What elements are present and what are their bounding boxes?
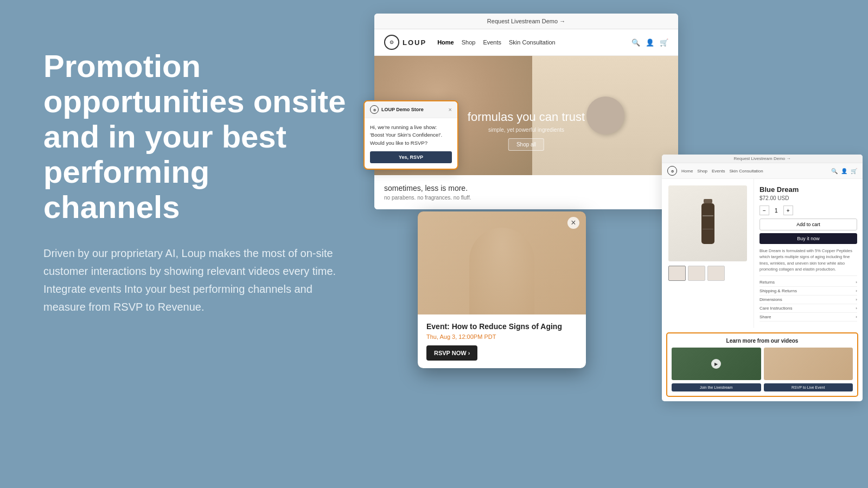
popup-body: Hi, we're running a live show: 'Boost Yo… — [365, 118, 457, 169]
nav-icons: 🔍 👤 🛒 — [631, 38, 668, 47]
accordion-dimensions-label: Dimensions — [760, 297, 782, 302]
event-person-image — [469, 228, 534, 314]
video-thumb-1[interactable]: ▶ — [672, 348, 761, 380]
top-banner[interactable]: Request Livestream Demo → — [374, 14, 678, 29]
main-nav: ⊙ LOUP Home Shop Events Skin Consultatio… — [374, 29, 678, 56]
nav-link-skin[interactable]: Skin Consultation — [509, 39, 556, 46]
prod-nav-logo: ⊙ — [667, 166, 677, 176]
product-description: Blue Dream is formulated with 5% Copper … — [760, 248, 857, 272]
popup-line1: Hi, we're running a live show: — [370, 124, 437, 130]
svg-rect-1 — [701, 203, 714, 244]
prod-search-icon[interactable]: 🔍 — [831, 168, 838, 174]
accordion-returns[interactable]: Returns› — [760, 278, 857, 287]
hero-cta-button[interactable]: Shop all — [508, 138, 544, 151]
popup-rsvp-button[interactable]: Yes, RSVP — [370, 151, 452, 163]
product-price: $72.00 USD — [760, 195, 857, 201]
qty-decrease-button[interactable]: − — [760, 206, 769, 215]
hero-subtitle: simple, yet powerful ingredients — [468, 127, 585, 133]
prod-nav-home[interactable]: Home — [681, 169, 693, 174]
join-livestream-button[interactable]: Join the Livestream — [672, 383, 761, 391]
cart-icon[interactable]: 🛒 — [660, 38, 668, 47]
accordion-shipping-label: Shipping & Returns — [760, 288, 797, 293]
accordion-care-label: Care Instructions — [760, 306, 792, 311]
video-section-title: Learn more from our videos — [672, 338, 853, 344]
nav-link-events[interactable]: Events — [483, 39, 501, 46]
prod-user-icon[interactable]: 👤 — [841, 168, 847, 174]
left-panel: Promotion opportunities onsite and in yo… — [43, 49, 347, 316]
nav-link-home[interactable]: Home — [437, 39, 454, 46]
accordion-returns-label: Returns — [760, 280, 775, 285]
prod-top-bar: Request Livestream Demo → — [662, 155, 863, 163]
prod-nav-events[interactable]: Events — [712, 169, 725, 174]
top-banner-text: Request Livestream Demo → — [487, 18, 565, 24]
event-modal-body: Event: How to Reduce Signs of Aging Thu,… — [418, 314, 586, 368]
cream-product-image — [586, 97, 624, 134]
product-screenshot: Request Livestream Demo → ⊙ Home Shop Ev… — [662, 155, 863, 401]
buy-now-button[interactable]: Buy it now — [760, 233, 857, 244]
svg-rect-2 — [703, 215, 713, 216]
below-hero: sometimes, less is more. no parabens. no… — [374, 175, 678, 209]
quantity-control: − 1 + — [760, 206, 857, 215]
product-image-area — [662, 179, 754, 328]
product-thumbnails — [668, 266, 747, 281]
popup-line3: Would you like to RSVP? — [370, 140, 427, 146]
popup-logo-icon: ⊙ — [370, 105, 379, 114]
below-hero-title: sometimes, less is more. — [384, 184, 668, 192]
popup-line2: 'Boost Your Skin's Confidence!'. — [370, 132, 442, 138]
prod-nav-skin[interactable]: Skin Consultation — [730, 169, 763, 174]
video-section: Learn more from our videos ▶ Join the Li… — [666, 332, 858, 397]
main-heading: Promotion opportunities onsite and in yo… — [43, 49, 347, 225]
svg-rect-0 — [704, 199, 712, 203]
rsvp-popup: ⊙ LOUP Demo Store × Hi, we're running a … — [363, 100, 458, 170]
add-to-cart-button[interactable]: Add to cart — [760, 219, 857, 230]
event-date: Thu, Aug 3, 12:00PM PDT — [426, 333, 577, 340]
video-action-buttons: Join the Livestream RSVP to Live Event — [672, 383, 853, 391]
user-icon[interactable]: 👤 — [646, 38, 654, 47]
rsvp-live-event-button[interactable]: RSVP to Live Event — [764, 383, 853, 391]
below-hero-subtitle: no parabens. no fragrances. no fluff. — [384, 195, 668, 201]
popup-message: Hi, we're running a live show: 'Boost Yo… — [370, 124, 452, 147]
nav-links: Home Shop Events Skin Consultation — [437, 39, 631, 46]
product-thumb-2[interactable] — [688, 266, 705, 281]
product-thumb-1[interactable] — [668, 266, 686, 281]
prod-cart-icon[interactable]: 🛒 — [851, 168, 857, 174]
nav-logo: ⊙ LOUP — [384, 35, 426, 50]
popup-close-icon[interactable]: × — [449, 106, 452, 113]
product-name: Blue Dream — [760, 185, 857, 194]
event-modal-image: × — [418, 211, 586, 314]
hero-title: formulas you can trust — [468, 110, 585, 124]
svg-rect-3 — [703, 229, 713, 229]
prod-nav-shop[interactable]: Shop — [697, 169, 707, 174]
video-thumbnails: ▶ — [672, 348, 853, 380]
event-rsvp-label: RSVP NOW › — [434, 350, 470, 356]
accordion-care[interactable]: Care Instructions› — [760, 304, 857, 313]
event-modal-close-icon[interactable]: × — [567, 217, 579, 229]
logo-text: LOUP — [403, 38, 426, 47]
event-modal: × Event: How to Reduce Signs of Aging Th… — [418, 211, 586, 368]
hero-overlay: formulas you can trust simple, yet power… — [468, 110, 585, 151]
accordion-share[interactable]: Share› — [760, 313, 857, 322]
body-text: Driven by our proprietary AI, Loup makes… — [43, 245, 347, 316]
prod-nav-links: Home Shop Events Skin Consultation — [681, 169, 763, 174]
product-details: Blue Dream $72.00 USD − 1 + Add to cart … — [754, 179, 863, 328]
accordion-shipping[interactable]: Shipping & Returns› — [760, 287, 857, 296]
product-main-image — [668, 185, 747, 261]
logo-icon: ⊙ — [384, 35, 399, 50]
play-button-1[interactable]: ▶ — [711, 359, 721, 369]
event-rsvp-button[interactable]: RSVP NOW › — [426, 345, 477, 361]
right-panel: Request Livestream Demo → ⊙ LOUP Home Sh… — [347, 0, 868, 488]
search-icon[interactable]: 🔍 — [631, 38, 640, 47]
product-accordion: Returns› Shipping & Returns› Dimensions›… — [760, 275, 857, 322]
nav-link-shop[interactable]: Shop — [462, 39, 476, 46]
accordion-dimensions[interactable]: Dimensions› — [760, 296, 857, 304]
product-thumb-3[interactable] — [707, 266, 725, 281]
prod-content: Blue Dream $72.00 USD − 1 + Add to cart … — [662, 179, 863, 328]
video-thumb-2[interactable] — [764, 348, 853, 380]
popup-logo-area: ⊙ LOUP Demo Store — [370, 105, 424, 114]
quantity-value: 1 — [771, 208, 781, 214]
qty-increase-button[interactable]: + — [783, 206, 793, 215]
prod-nav-icons: 🔍 👤 🛒 — [831, 168, 857, 174]
bottle-svg — [697, 199, 719, 248]
prod-nav: ⊙ Home Shop Events Skin Consultation 🔍 👤… — [662, 163, 863, 179]
accordion-share-label: Share — [760, 314, 771, 319]
